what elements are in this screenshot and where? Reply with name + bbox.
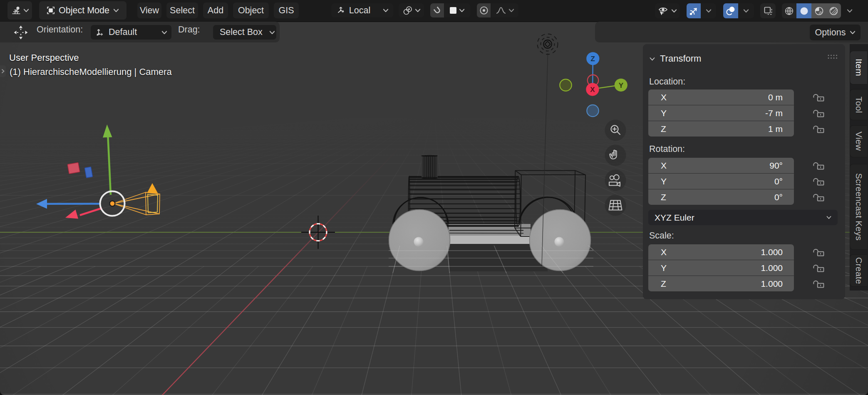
svg-text:X: X: [590, 86, 595, 94]
svg-text:Z: Z: [591, 55, 595, 63]
svg-text:Y: Y: [619, 82, 624, 89]
